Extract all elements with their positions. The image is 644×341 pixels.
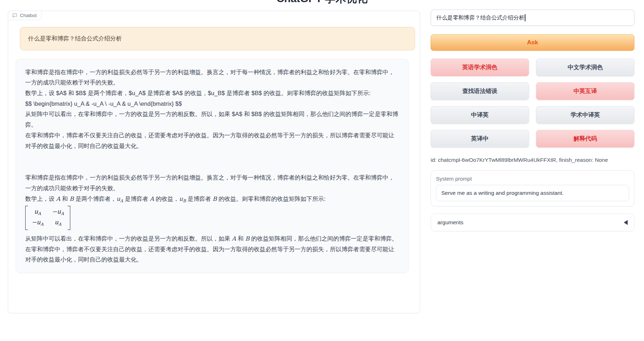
button-en-to-zh[interactable]: 英译中 (431, 130, 529, 148)
assistant-message: 零和博弈是指在博弈中，一方的利益损失必然等于另一方的利益增益。换言之，对于每一种… (16, 59, 409, 273)
system-prompt-label: System prompt (436, 176, 629, 182)
accordion-label: arguments (437, 219, 463, 226)
app-root: ChatGPT 学术优化 Chatbot 什么是零和博弈？结合公式介绍分析零和博… (0, 0, 644, 341)
ask-button[interactable]: Ask (431, 34, 634, 51)
control-column: 什么是零和博弈？结合公式介绍分析 Ask 英语学术润色 中文学术润色 查找语法错… (431, 10, 634, 231)
button-academic-zh-to-en[interactable]: 学术中译英 (536, 106, 634, 124)
button-zh-en-mutual-translate[interactable]: 中英互译 (536, 82, 634, 100)
button-explain-code[interactable]: 解释代码 (536, 130, 634, 148)
page-title: ChatGPT 学术优化 (277, 0, 368, 6)
button-chinese-academic-polish[interactable]: 中文学术润色 (536, 59, 634, 76)
function-button-grid: 英语学术润色 中文学术润色 查找语法错误 中英互译 中译英 学术中译英 英译中 … (431, 59, 634, 148)
arguments-accordion[interactable]: arguments (431, 214, 634, 231)
system-prompt-input[interactable]: Serve me as a writing and programming as… (436, 185, 629, 201)
user-message: 什么是零和博弈？结合公式介绍分析 (20, 27, 415, 50)
chatbot-label-text: Chatbot (20, 13, 37, 18)
button-english-academic-polish[interactable]: 英语学术润色 (431, 59, 529, 76)
text-caret (525, 14, 525, 21)
rendered-matrix: uA−uA−uAuA (25, 206, 70, 230)
button-find-grammar-errors[interactable]: 查找语法错误 (431, 82, 529, 100)
system-prompt-value: Serve me as a writing and programming as… (441, 190, 564, 196)
left-triangle-icon (624, 220, 628, 225)
system-prompt-card: System prompt Serve me as a writing and … (431, 170, 634, 207)
completion-id-text: id: chatcmpl-6wOo7KrYTwMl89lbrMWRu4UkFFX… (431, 157, 634, 163)
chat-messages[interactable]: 什么是零和博弈？结合公式介绍分析零和博弈是指在博弈中，一方的利益损失必然等于另一… (8, 20, 420, 313)
question-input[interactable]: 什么是零和博弈？结合公式介绍分析 (431, 10, 634, 26)
question-input-value: 什么是零和博弈？结合公式介绍分析 (436, 14, 524, 22)
button-zh-to-en[interactable]: 中译英 (431, 106, 529, 124)
chatbot-panel: Chatbot 什么是零和博弈？结合公式介绍分析零和博弈是指在博弈中，一方的利益… (8, 11, 420, 313)
chat-bubble-icon (12, 13, 17, 18)
chatbot-label: Chatbot (8, 11, 42, 20)
